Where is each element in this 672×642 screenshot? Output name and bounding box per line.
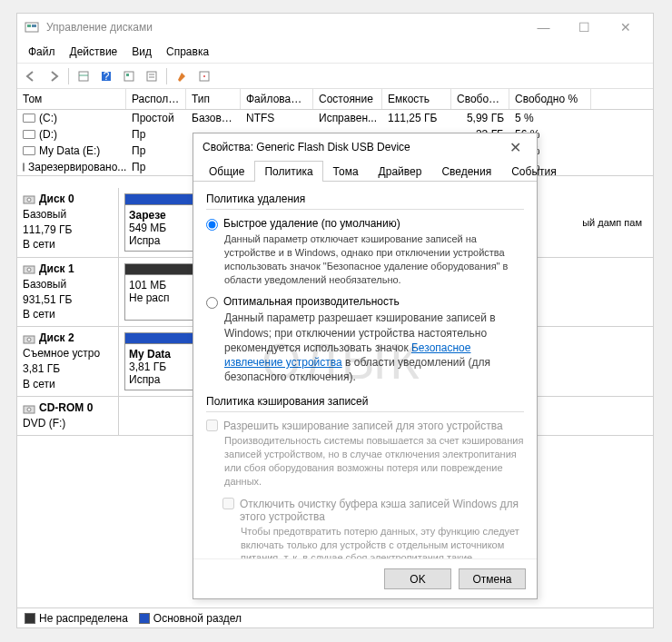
- svg-point-17: [27, 268, 31, 272]
- enable-cache-checkbox: [206, 420, 218, 431]
- svg-text:?: ?: [104, 70, 110, 83]
- view-icon[interactable]: [74, 66, 94, 86]
- col-layout[interactable]: Располо...: [126, 89, 186, 109]
- disk-icon: [23, 262, 35, 275]
- col-pct[interactable]: Свободно %: [509, 89, 591, 109]
- enable-cache-label: Разрешить кэширование записей для этого …: [223, 420, 503, 432]
- col-status[interactable]: Состояние: [313, 89, 382, 109]
- menu-action[interactable]: Действие: [63, 43, 125, 61]
- col-type[interactable]: Тип: [186, 89, 241, 109]
- menu-help[interactable]: Справка: [159, 43, 216, 61]
- legend-primary: Основной раздел: [153, 612, 242, 625]
- disk-info[interactable]: CD-ROM 0DVD (F:): [17, 397, 119, 435]
- action-icon[interactable]: [172, 66, 192, 86]
- refresh-icon[interactable]: [119, 66, 139, 86]
- svg-rect-3: [79, 72, 88, 81]
- col-fs[interactable]: Файловая с...: [241, 89, 313, 109]
- toolbar: ?: [17, 64, 653, 89]
- titlebar: Управление дисками — ☐ ✕: [17, 14, 653, 41]
- better-perf-radio[interactable]: [206, 297, 218, 309]
- menubar: Файл Действие Вид Справка: [17, 41, 653, 64]
- cancel-button[interactable]: Отмена: [459, 568, 526, 589]
- disk-icon: [23, 332, 35, 345]
- table-row[interactable]: (C:) Простой Базовый NTFS Исправен... 11…: [17, 110, 653, 126]
- menu-file[interactable]: Файл: [21, 43, 63, 61]
- help-icon[interactable]: ?: [96, 66, 116, 86]
- col-capacity[interactable]: Емкость: [382, 89, 451, 109]
- removal-policy-label: Политика удаления: [206, 191, 524, 207]
- quick-removal-desc: Данный параметр отключает кэширование за…: [224, 232, 524, 286]
- disk-info[interactable]: Диск 1Базовый931,51 ГБВ сети: [17, 258, 119, 326]
- legend: Не распределена Основной раздел: [17, 607, 653, 627]
- menu-view[interactable]: Вид: [124, 43, 159, 61]
- drive-icon: [23, 130, 35, 139]
- close-button[interactable]: ✕: [605, 15, 646, 40]
- svg-rect-9: [147, 72, 156, 81]
- dialog-body: Политика удаления Быстрое удаление (по у…: [193, 182, 537, 558]
- col-free[interactable]: Свобод...: [451, 89, 509, 109]
- forward-icon[interactable]: [44, 66, 64, 86]
- tab-events[interactable]: События: [501, 161, 567, 182]
- dialog-close-button[interactable]: ✕: [502, 139, 528, 156]
- quick-removal-radio[interactable]: [206, 219, 218, 231]
- tab-volumes[interactable]: Тома: [323, 161, 369, 182]
- dialog-titlebar: Свойства: Generic Flash Disk USB Device …: [193, 133, 537, 161]
- disable-flush-label: Отключить очистку буфера кэша записей Wi…: [240, 498, 524, 523]
- dialog-title: Свойства: Generic Flash Disk USB Device: [203, 141, 502, 153]
- disk-info[interactable]: Диск 2Съемное устро3,81 ГБВ сети: [17, 327, 119, 396]
- disk-mgmt-icon: [25, 20, 39, 35]
- legend-unallocated: Не распределена: [39, 612, 128, 625]
- tab-policy[interactable]: Политика: [254, 161, 322, 182]
- write-cache-label: Политика кэширования записей: [206, 393, 524, 410]
- list-icon[interactable]: [142, 66, 162, 86]
- tab-driver[interactable]: Драйвер: [369, 161, 432, 182]
- back-icon[interactable]: [21, 66, 41, 86]
- dialog-tabs: Общие Политика Тома Драйвер Сведения Соб…: [193, 161, 537, 182]
- legend-swatch-primary: [139, 613, 150, 624]
- svg-rect-2: [32, 25, 36, 27]
- minimize-button[interactable]: —: [523, 15, 564, 40]
- properties-icon[interactable]: [194, 66, 214, 86]
- enable-cache-desc: Производительность системы повышается за…: [224, 434, 524, 488]
- drive-icon: [23, 146, 35, 155]
- disk-icon: [23, 193, 35, 205]
- svg-point-21: [27, 408, 31, 411]
- table-header: Том Располо... Тип Файловая с... Состоян…: [17, 89, 653, 110]
- disable-flush-checkbox: [222, 498, 234, 509]
- svg-point-19: [27, 338, 31, 341]
- tab-details[interactable]: Сведения: [431, 161, 501, 182]
- better-perf-desc: Данный параметр разрешает кэширование за…: [224, 311, 524, 384]
- svg-point-13: [203, 75, 205, 77]
- properties-dialog: Свойства: Generic Flash Disk USB Device …: [193, 133, 538, 599]
- quick-removal-label: Быстрое удаление (по умолчанию): [223, 217, 400, 230]
- window-title: Управление дисками: [46, 21, 523, 34]
- svg-point-15: [27, 198, 31, 202]
- svg-rect-8: [126, 74, 129, 76]
- maximize-button[interactable]: ☐: [564, 15, 605, 40]
- disk-info[interactable]: Диск 0Базовый111,79 ГБВ сети: [17, 188, 119, 257]
- disk-icon: [23, 402, 35, 415]
- ok-button[interactable]: OK: [384, 568, 451, 589]
- col-volume[interactable]: Том: [17, 89, 126, 109]
- svg-rect-1: [27, 25, 31, 27]
- legend-swatch-unalloc: [25, 613, 35, 624]
- tab-general[interactable]: Общие: [199, 161, 254, 182]
- drive-icon: [23, 114, 35, 123]
- disable-flush-desc: Чтобы предотвратить потерю данных, эту ф…: [241, 525, 524, 558]
- drive-icon: [23, 163, 25, 172]
- better-perf-label: Оптимальная производительность: [223, 295, 400, 308]
